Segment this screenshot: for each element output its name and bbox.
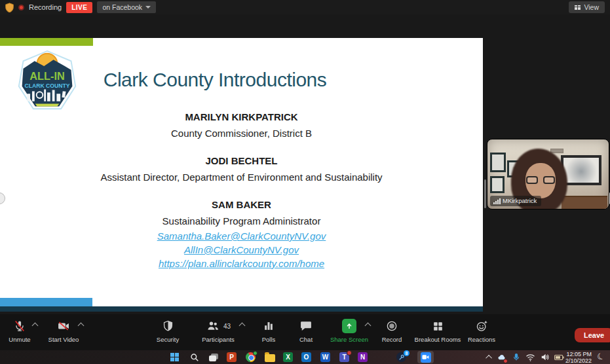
person-block: JODI BECHTEL Assistant Director, Departm… bbox=[0, 153, 483, 185]
steam-icon[interactable]: 8 bbox=[396, 352, 407, 363]
onenote-icon[interactable]: N bbox=[357, 352, 368, 363]
breakout-rooms-icon bbox=[432, 319, 444, 333]
security-shield-icon bbox=[162, 319, 174, 333]
topbar-status-group: Recording LIVE on Facebook bbox=[5, 1, 156, 13]
outlook-icon[interactable]: O bbox=[301, 352, 312, 363]
tool-label: Record bbox=[382, 336, 402, 343]
connection-signal-icon bbox=[493, 198, 501, 204]
person-name: JODI BECHTEL bbox=[0, 153, 483, 169]
slide-people-list: MARILYN KIRKPATRICK County Commissioner,… bbox=[0, 109, 483, 282]
participant-name: MKirkpatrick bbox=[503, 197, 537, 204]
clock-time: 12:05 PM bbox=[565, 351, 592, 357]
search-icon[interactable] bbox=[189, 352, 200, 363]
participants-icon bbox=[206, 319, 220, 333]
live-target-label: on Facebook bbox=[102, 3, 142, 11]
video-strip-scrollbar[interactable] bbox=[484, 179, 486, 208]
video-bg-frame bbox=[490, 176, 505, 193]
person-role: Assistant Director, Department of Enviro… bbox=[0, 169, 483, 185]
reactions-button[interactable]: Reactions bbox=[461, 319, 503, 343]
participant-name-badge: MKirkpatrick bbox=[490, 196, 541, 206]
topbar-right-group: View bbox=[569, 1, 605, 13]
tool-label: Security bbox=[157, 336, 179, 343]
powerpoint-icon[interactable]: P bbox=[226, 352, 237, 363]
microphone-active-icon[interactable] bbox=[513, 352, 520, 363]
all-in-clark-county-logo: ALL-IN CLARK COUNTY bbox=[16, 50, 79, 113]
breakout-rooms-button[interactable]: Breakout Rooms bbox=[410, 319, 465, 343]
tool-label: Chat bbox=[299, 336, 313, 343]
person-block: MARILYN KIRKPATRICK County Commissioner,… bbox=[0, 109, 483, 141]
volume-icon[interactable] bbox=[541, 352, 550, 363]
website-link[interactable]: https://plan.allinclarkcounty.com/home bbox=[0, 257, 483, 270]
participants-options-chevron[interactable] bbox=[239, 323, 246, 329]
person-name: MARILYN KIRKPATRICK bbox=[0, 109, 483, 125]
participants-button[interactable]: 43 Participants bbox=[197, 319, 239, 343]
email-link[interactable]: Samantha.Baker@ClarkCountyNV.gov bbox=[0, 229, 483, 243]
meeting-toolbar: Unmute Start Video Security bbox=[0, 314, 610, 350]
encryption-shield-icon[interactable] bbox=[5, 3, 14, 12]
camera-off-icon bbox=[56, 319, 71, 333]
reactions-smiley-icon bbox=[475, 319, 489, 333]
teams-icon[interactable]: T bbox=[339, 352, 350, 363]
zoom-meeting-window: Recording LIVE on Facebook View ALL- bbox=[0, 0, 610, 364]
recording-indicator-icon bbox=[18, 5, 24, 10]
person-role: County Commissioner, District B bbox=[0, 125, 483, 141]
microphone-muted-icon bbox=[13, 319, 26, 333]
participant-video-thumbnail[interactable]: MKirkpatrick bbox=[487, 139, 609, 209]
chat-bubble-icon bbox=[299, 319, 313, 333]
person-name: SAM BAKER bbox=[0, 196, 483, 213]
focus-assist-moon-icon[interactable]: ☾ bbox=[596, 350, 606, 362]
presentation-slide: ALL-IN CLARK COUNTY Clark County Introdu… bbox=[0, 38, 483, 312]
view-label: View bbox=[584, 3, 599, 11]
view-grid-icon bbox=[575, 5, 581, 10]
windows-start-icon[interactable] bbox=[169, 352, 180, 363]
zoom-app-icon[interactable] bbox=[417, 351, 434, 363]
slide-title: Clark County Introductions bbox=[77, 68, 353, 92]
security-button[interactable]: Security bbox=[147, 319, 189, 343]
view-button[interactable]: View bbox=[569, 1, 605, 13]
tool-label: Breakout Rooms bbox=[415, 336, 461, 343]
svg-text:CLARK COUNTY: CLARK COUNTY bbox=[25, 82, 70, 89]
slide-green-accent-bar bbox=[0, 38, 93, 46]
start-video-button[interactable]: Start Video bbox=[43, 319, 85, 343]
tool-label: Reactions bbox=[468, 336, 495, 343]
meeting-topbar: Recording LIVE on Facebook View bbox=[0, 0, 610, 14]
slide-teal-footer-bar bbox=[0, 306, 483, 312]
tool-label: Unmute bbox=[9, 336, 30, 343]
wifi-icon[interactable] bbox=[525, 352, 535, 363]
record-icon bbox=[385, 319, 398, 333]
live-badge: LIVE bbox=[66, 2, 92, 13]
shared-screen-stage: ALL-IN CLARK COUNTY Clark County Introdu… bbox=[0, 14, 610, 314]
clock-date: 2/10/2022 bbox=[565, 357, 592, 364]
video-bg-frame bbox=[490, 153, 506, 172]
file-explorer-icon[interactable] bbox=[264, 352, 275, 363]
word-icon[interactable]: W bbox=[320, 352, 331, 363]
live-target-dropdown[interactable]: on Facebook bbox=[97, 1, 156, 13]
share-screen-button[interactable]: Share Screen bbox=[328, 319, 370, 343]
windows-taskbar: P X O W T N 8 bbox=[0, 350, 610, 364]
participants-count: 43 bbox=[223, 323, 231, 330]
svg-text:ALL-IN: ALL-IN bbox=[29, 70, 64, 82]
tool-label: Polls bbox=[262, 336, 276, 343]
excel-icon[interactable]: X bbox=[282, 352, 294, 363]
polls-button[interactable]: Polls bbox=[248, 319, 290, 343]
record-button[interactable]: Record bbox=[371, 319, 413, 343]
participant-glasses bbox=[525, 176, 556, 185]
recording-label: Recording bbox=[29, 3, 62, 11]
tray-expand-chevron[interactable] bbox=[487, 352, 492, 363]
email-link[interactable]: AllIn@ClarkCountyNV.gov bbox=[0, 243, 483, 257]
taskbar-clock[interactable]: 12:05 PM 2/10/2022 bbox=[565, 351, 592, 364]
tool-label: Participants bbox=[202, 336, 235, 343]
share-screen-icon bbox=[342, 319, 356, 333]
polls-icon bbox=[262, 319, 275, 333]
battery-icon[interactable] bbox=[554, 352, 564, 363]
chrome-icon[interactable] bbox=[245, 352, 256, 363]
chat-button[interactable]: Chat bbox=[285, 319, 327, 343]
task-view-icon[interactable] bbox=[208, 352, 219, 363]
onedrive-cloud-icon[interactable] bbox=[497, 352, 506, 363]
caret-down-icon bbox=[145, 6, 151, 9]
tool-label: Share Screen bbox=[330, 336, 368, 343]
leave-button[interactable]: Leave bbox=[575, 328, 610, 342]
person-role: Sustainability Program Administrator bbox=[0, 213, 483, 229]
tool-label: Start Video bbox=[48, 336, 79, 343]
person-block: SAM BAKER Sustainability Program Adminis… bbox=[0, 196, 483, 270]
